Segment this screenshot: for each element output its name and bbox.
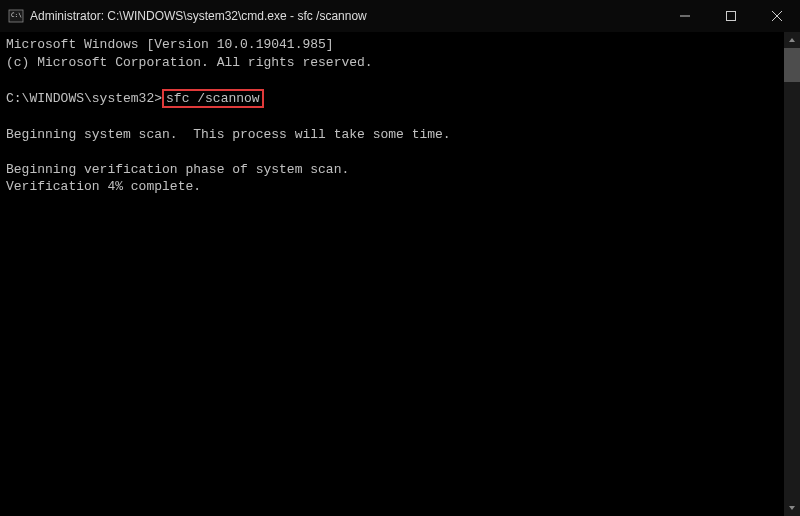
titlebar-left: C:\ Administrator: C:\WINDOWS\system32\c… xyxy=(8,8,367,24)
version-line: Microsoft Windows [Version 10.0.19041.98… xyxy=(6,37,334,52)
content-area: Microsoft Windows [Version 10.0.19041.98… xyxy=(0,32,800,516)
scroll-up-button[interactable] xyxy=(784,32,800,48)
window-controls xyxy=(662,0,800,32)
prompt-text: C:\WINDOWS\system32> xyxy=(6,91,162,106)
window-title: Administrator: C:\WINDOWS\system32\cmd.e… xyxy=(30,9,367,23)
maximize-button[interactable] xyxy=(708,0,754,32)
terminal-output[interactable]: Microsoft Windows [Version 10.0.19041.98… xyxy=(0,32,784,516)
svg-marker-7 xyxy=(789,506,795,510)
command-highlight: sfc /scannow xyxy=(162,89,264,109)
verification-phase-line: Beginning verification phase of system s… xyxy=(6,162,349,177)
scroll-thumb[interactable] xyxy=(784,48,800,82)
svg-rect-3 xyxy=(727,12,736,21)
svg-marker-6 xyxy=(789,38,795,42)
command-text: sfc /scannow xyxy=(166,91,260,106)
scan-begin-line: Beginning system scan. This process will… xyxy=(6,127,451,142)
verification-progress-line: Verification 4% complete. xyxy=(6,179,201,194)
copyright-line: (c) Microsoft Corporation. All rights re… xyxy=(6,55,373,70)
cmd-app-icon: C:\ xyxy=(8,8,24,24)
minimize-button[interactable] xyxy=(662,0,708,32)
scroll-track[interactable] xyxy=(784,48,800,500)
titlebar[interactable]: C:\ Administrator: C:\WINDOWS\system32\c… xyxy=(0,0,800,32)
scroll-down-button[interactable] xyxy=(784,500,800,516)
close-button[interactable] xyxy=(754,0,800,32)
svg-text:C:\: C:\ xyxy=(11,11,22,18)
vertical-scrollbar[interactable] xyxy=(784,32,800,516)
command-prompt-window: C:\ Administrator: C:\WINDOWS\system32\c… xyxy=(0,0,800,516)
